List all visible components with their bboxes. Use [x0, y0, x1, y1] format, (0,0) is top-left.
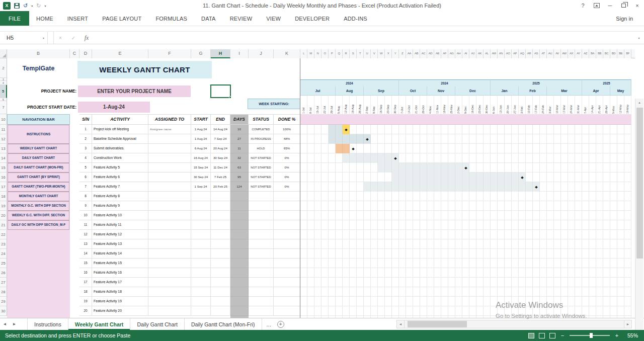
- name-box[interactable]: H5 ▾: [0, 32, 48, 44]
- cell-assigned-row11[interactable]: [148, 220, 191, 230]
- week-label-3-feb[interactable]: 3-Feb: [519, 96, 526, 114]
- cell-activity-row12[interactable]: Feature Activity 12: [92, 230, 148, 239]
- cell-assigned-row9[interactable]: [148, 201, 191, 211]
- column-header-BB[interactable]: BB: [596, 49, 603, 58]
- week-label-25-nov[interactable]: 25-Nov: [448, 96, 455, 114]
- project-name-value[interactable]: ENTER YOUR PROJECT NAME: [78, 86, 191, 97]
- nav-item-weekly-gantt-chart[interactable]: WEEKLY GANTT CHART: [8, 144, 69, 153]
- ribbon-tab-file[interactable]: FILE: [0, 11, 29, 26]
- month-label-sep-2[interactable]: Sep: [364, 87, 399, 96]
- column-header-AJ[interactable]: AJ: [469, 49, 476, 58]
- gantt-bar-cell[interactable]: [406, 173, 413, 182]
- cell-end-row18[interactable]: [211, 287, 230, 297]
- formula-bar-expand-icon[interactable]: ▾: [634, 36, 644, 40]
- week-label-21-oct[interactable]: 21-Oct: [413, 96, 420, 114]
- nav-item-weekly-g-c-with-diff-section[interactable]: WEEKLY G.C. WITH DIFF. SECTION: [8, 211, 69, 220]
- column-header-T[interactable]: T: [357, 49, 364, 58]
- row-header-16[interactable]: 16: [0, 173, 7, 182]
- cell-assigned-row17[interactable]: [148, 278, 191, 287]
- zoom-slider-thumb[interactable]: [590, 333, 593, 338]
- gantt-bar-cell[interactable]: [512, 173, 519, 182]
- cell-days-row11[interactable]: [230, 220, 249, 230]
- gantt-bar-cell[interactable]: [469, 182, 476, 192]
- column-header-C[interactable]: C: [70, 49, 79, 58]
- cell-done-row10[interactable]: [274, 211, 300, 220]
- cell-done-row8[interactable]: [274, 192, 300, 201]
- cell-done-row19[interactable]: [274, 297, 300, 306]
- ribbon-tab-view[interactable]: VIEW: [259, 11, 288, 26]
- cell-start-row17[interactable]: [191, 278, 211, 287]
- cell-days-row14[interactable]: [230, 249, 249, 259]
- gantt-bar-cell[interactable]: [336, 134, 343, 144]
- gantt-bar-cell[interactable]: [448, 163, 455, 173]
- cell-assigned-row4[interactable]: [148, 153, 191, 163]
- gantt-bar-cell[interactable]: [392, 182, 399, 192]
- gantt-bar-cell[interactable]: [491, 173, 498, 182]
- column-header-AR[interactable]: AR: [526, 49, 533, 58]
- row-header-25[interactable]: 25: [0, 259, 7, 268]
- week-label-19-aug[interactable]: 19-Aug: [350, 96, 357, 114]
- row-header-23[interactable]: 23: [0, 239, 7, 249]
- cell-sn-row9[interactable]: 9: [79, 201, 92, 211]
- column-header-AY[interactable]: AY: [575, 49, 582, 58]
- year-label-2[interactable]: 2025: [491, 79, 582, 87]
- row-header-2[interactable]: 2: [0, 58, 7, 78]
- cell-start-row10[interactable]: [191, 211, 211, 220]
- gantt-bar-cell[interactable]: [392, 163, 399, 173]
- cell-assigned-row3[interactable]: [148, 144, 191, 153]
- cell-done-row17[interactable]: [274, 278, 300, 287]
- help-icon[interactable]: ?: [576, 0, 590, 11]
- column-header-AQ[interactable]: AQ: [519, 49, 526, 58]
- gantt-bar-cell[interactable]: [434, 173, 441, 182]
- redo-icon[interactable]: ↻: [36, 3, 41, 9]
- gantt-bar-cell[interactable]: [441, 163, 448, 173]
- undo-dropdown-icon[interactable]: ▾: [31, 4, 33, 8]
- month-label-jan-6[interactable]: Jan: [491, 87, 519, 96]
- column-header-L[interactable]: L: [300, 49, 307, 58]
- nav-item-daily-gantt-chart-mon-fri[interactable]: DAILY GANTT CHART (MON-FRI): [8, 163, 69, 173]
- gantt-bar-cell[interactable]: [498, 173, 505, 182]
- column-header-AI[interactable]: AI: [462, 49, 469, 58]
- gantt-bar-cell[interactable]: [434, 163, 441, 173]
- cell-sn-row5[interactable]: 5: [79, 163, 92, 173]
- column-header-P[interactable]: P: [329, 49, 336, 58]
- cell-end-row17[interactable]: [211, 278, 230, 287]
- row-header-15[interactable]: 15: [0, 163, 7, 173]
- horizontal-scrollbar[interactable]: ◄ ►: [396, 320, 632, 328]
- cell-status-row11[interactable]: [249, 220, 274, 230]
- cell-end-row20[interactable]: [211, 306, 230, 316]
- cell-status-row14[interactable]: [249, 249, 274, 259]
- column-header-BC[interactable]: BC: [603, 49, 610, 58]
- restore-button[interactable]: [617, 0, 630, 11]
- cell-done-row9[interactable]: [274, 201, 300, 211]
- week-label-28-oct[interactable]: 28-Oct: [420, 96, 427, 114]
- table-header-end[interactable]: END: [211, 114, 230, 125]
- year-label-3[interactable]: 2025: [582, 79, 631, 87]
- gantt-bar-cell[interactable]: [448, 182, 455, 192]
- cell-start-row14[interactable]: [191, 249, 211, 259]
- column-header-AT[interactable]: AT: [540, 49, 547, 58]
- cell-activity-row7[interactable]: Feature Activity 7: [92, 182, 148, 192]
- gantt-bar-cell[interactable]: [413, 173, 420, 182]
- formula-bar-splitter[interactable]: [48, 32, 54, 44]
- week-label-19-may[interactable]: 19-May: [624, 96, 631, 114]
- row-header-14[interactable]: 14: [0, 153, 7, 163]
- ribbon-tab-home[interactable]: HOME: [29, 11, 60, 26]
- cell-done-row12[interactable]: [274, 230, 300, 239]
- column-header-AU[interactable]: AU: [547, 49, 554, 58]
- cell-sn-row13[interactable]: 13: [79, 239, 92, 249]
- gantt-bar-cell[interactable]: [413, 163, 420, 173]
- week-label-8-jul[interactable]: 8-Jul: [307, 96, 314, 114]
- tab-scroll-right-icon[interactable]: ►: [10, 318, 19, 330]
- cell-done-row5[interactable]: 0%: [274, 163, 300, 173]
- cell-sn-row14[interactable]: 14: [79, 249, 92, 259]
- cell-activity-row5[interactable]: Feature Activity 5: [92, 163, 148, 173]
- gantt-bar-cell[interactable]: [399, 173, 406, 182]
- cell-done-row2[interactable]: 48%: [274, 134, 300, 144]
- week-label-7-oct[interactable]: 7-Oct: [399, 96, 406, 114]
- gantt-bar-cell[interactable]: [371, 182, 378, 192]
- cell-start-row15[interactable]: [191, 259, 211, 268]
- gantt-bar-cell[interactable]: [512, 182, 519, 192]
- gantt-bar-cell[interactable]: [336, 144, 343, 153]
- cell-sn-row12[interactable]: 12: [79, 230, 92, 239]
